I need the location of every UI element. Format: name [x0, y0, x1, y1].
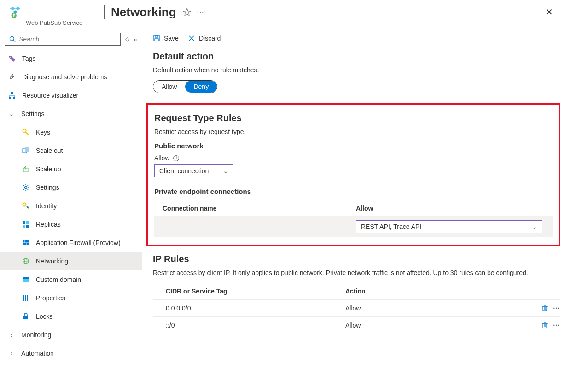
- sidebar-item-label: Settings: [36, 184, 140, 191]
- svg-rect-17: [23, 221, 25, 224]
- toggle-deny[interactable]: Deny: [185, 81, 217, 93]
- sidebar-item-identity[interactable]: Identity: [0, 197, 142, 215]
- svg-rect-36: [155, 39, 158, 41]
- sidebar-item-app-firewall[interactable]: Application Firewall (Preview): [0, 234, 142, 252]
- sidebar-item-label: Replicas: [36, 221, 140, 228]
- sidebar-item-label: Keys: [36, 129, 140, 136]
- sidebar: ◇ « Tags Diagnose and solve problems Res…: [0, 29, 142, 392]
- chevron-right-icon: ›: [8, 350, 15, 357]
- sidebar-item-label: Automation: [21, 350, 140, 357]
- sidebar-item-label: Networking: [36, 257, 140, 265]
- svg-rect-29: [23, 277, 29, 279]
- svg-rect-8: [9, 97, 11, 99]
- request-type-rules-section: Request Type Rules Restrict access by re…: [146, 103, 560, 246]
- svg-rect-2: [13, 15, 14, 17]
- svg-line-5: [13, 40, 15, 42]
- col-action: Action: [345, 287, 560, 295]
- default-action-title: Default action: [153, 51, 560, 62]
- favorite-star-icon[interactable]: [183, 8, 191, 16]
- col-cidr: CIDR or Service Tag: [166, 287, 345, 295]
- discard-icon: [188, 35, 195, 42]
- more-actions-icon[interactable]: ⋯: [197, 8, 204, 17]
- info-icon[interactable]: i: [173, 155, 179, 161]
- svg-rect-39: [543, 306, 547, 311]
- request-rules-title: Request Type Rules: [154, 113, 553, 123]
- cidr-value: 0.0.0.0/0: [166, 304, 345, 312]
- sidebar-item-label: Settings: [21, 110, 140, 117]
- tag-icon: [8, 55, 16, 62]
- identity-icon: [22, 202, 29, 210]
- svg-rect-12: [25, 147, 29, 152]
- svg-rect-33: [23, 316, 28, 319]
- sidebar-item-replicas[interactable]: Replicas: [0, 215, 142, 234]
- row-more-icon[interactable]: ⋯: [553, 322, 560, 329]
- sidebar-item-label: Resource visualizer: [22, 92, 140, 99]
- hierarchy-icon: [8, 92, 16, 99]
- sidebar-section-settings[interactable]: ⌄ Settings: [0, 105, 142, 123]
- delete-icon[interactable]: [541, 304, 548, 312]
- chevron-down-icon: ⌄: [531, 223, 537, 230]
- chevron-right-icon: ›: [8, 331, 15, 339]
- sidebar-item-scale-up[interactable]: Scale up: [0, 160, 142, 178]
- svg-point-4: [10, 36, 14, 41]
- private-allow-dropdown[interactable]: REST API, Trace API ⌄: [356, 220, 542, 233]
- firewall-icon: [22, 239, 29, 246]
- sidebar-section-monitoring[interactable]: › Monitoring: [0, 326, 142, 344]
- sidebar-item-label: Custom domain: [36, 276, 140, 283]
- svg-rect-35: [155, 35, 158, 37]
- sort-icon[interactable]: ◇: [125, 36, 129, 42]
- row-more-icon[interactable]: ⋯: [553, 304, 560, 312]
- ip-rule-row: 0.0.0.0/0 Allow ⋯: [153, 300, 560, 317]
- sidebar-item-diagnose[interactable]: Diagnose and solve problems: [0, 68, 142, 86]
- default-action-desc: Default action when no rule matches.: [153, 66, 560, 74]
- private-endpoint-row: REST API, Trace API ⌄: [154, 216, 553, 237]
- discard-label: Discard: [199, 35, 221, 42]
- domain-icon: [22, 276, 29, 283]
- chevron-down-icon: ⌄: [8, 110, 15, 117]
- delete-icon[interactable]: [541, 322, 548, 329]
- page-title: Networking: [111, 5, 176, 19]
- svg-rect-7: [11, 92, 13, 94]
- ip-rules-desc: Restrict access by client IP. It only ap…: [153, 269, 560, 276]
- discard-button[interactable]: Discard: [188, 35, 221, 42]
- action-value: Allow: [345, 322, 541, 329]
- gear-icon: [22, 184, 29, 191]
- scale-out-icon: [22, 147, 29, 154]
- close-icon[interactable]: ✕: [542, 5, 557, 19]
- search-icon: [9, 35, 16, 43]
- sidebar-item-networking[interactable]: Networking: [0, 252, 142, 270]
- save-button[interactable]: Save: [153, 35, 179, 42]
- search-input-container[interactable]: [5, 33, 121, 46]
- sidebar-item-custom-domain[interactable]: Custom domain: [0, 270, 142, 289]
- sidebar-section-automation[interactable]: › Automation: [0, 344, 142, 363]
- sidebar-item-resource-visualizer[interactable]: Resource visualizer: [0, 86, 142, 105]
- svg-rect-44: [543, 323, 547, 328]
- svg-point-6: [10, 57, 11, 58]
- key-icon: [22, 129, 29, 136]
- sidebar-item-label: Locks: [36, 313, 140, 320]
- ip-rules-title: IP Rules: [153, 254, 560, 264]
- request-rules-desc: Restrict access by request type.: [154, 128, 553, 135]
- search-input[interactable]: [19, 35, 116, 43]
- save-label: Save: [164, 35, 179, 42]
- sidebar-item-label: Application Firewall (Preview): [36, 239, 140, 246]
- sidebar-item-scale-out[interactable]: Scale out: [0, 141, 142, 160]
- svg-rect-9: [13, 97, 15, 99]
- sidebar-item-settings-sub[interactable]: Settings: [0, 178, 142, 197]
- collapse-sidebar-icon[interactable]: «: [134, 36, 137, 43]
- public-network-heading: Public network: [154, 142, 553, 150]
- sidebar-item-properties[interactable]: Properties: [0, 289, 142, 307]
- dropdown-value: REST API, Trace API: [361, 223, 421, 230]
- svg-rect-32: [27, 295, 28, 301]
- toggle-allow[interactable]: Allow: [153, 81, 185, 93]
- svg-rect-31: [25, 295, 26, 301]
- public-allow-dropdown[interactable]: Client connection ⌄: [154, 164, 233, 177]
- sidebar-item-label: Scale up: [36, 165, 140, 173]
- col-connection-name: Connection name: [163, 205, 356, 212]
- lock-icon: [22, 313, 29, 320]
- ip-rule-row: ::/0 Allow ⋯: [153, 317, 560, 333]
- sidebar-item-tags[interactable]: Tags: [0, 49, 142, 68]
- sidebar-item-keys[interactable]: Keys: [0, 123, 142, 141]
- sidebar-item-locks[interactable]: Locks: [0, 307, 142, 326]
- properties-icon: [22, 294, 29, 302]
